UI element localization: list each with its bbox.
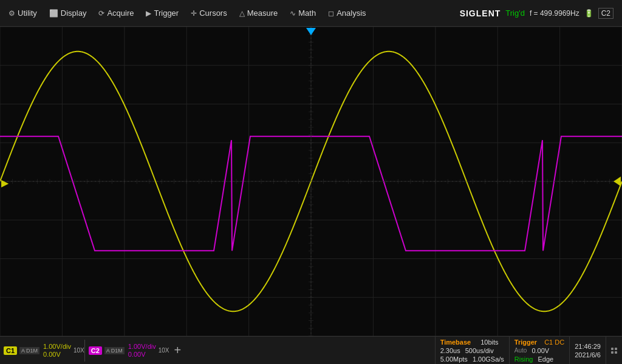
measure-icon: △: [239, 9, 245, 18]
trigger-edge-label: Rising: [514, 356, 533, 363]
trig-status: Trig'd: [505, 8, 525, 18]
ch1-zero-marker: ▶: [1, 178, 9, 188]
ch1-probe: 10X: [73, 347, 84, 354]
utility-icon: ⚙: [9, 9, 15, 18]
ch2-offset: 0.00V: [128, 351, 156, 358]
ch1-values: 1.00V/div 0.00V: [43, 343, 71, 358]
trigger-title: Trigger: [514, 339, 537, 346]
timebase-title: Timebase: [440, 339, 471, 346]
math-icon: ∿: [290, 9, 296, 18]
trigger-source: C1 DC: [544, 339, 564, 346]
freq-display: f = 499.9969Hz: [530, 9, 579, 18]
status-bar: C1 A D1M 1.00V/div 0.00V 10X C2 A D1M 1.…: [0, 336, 622, 364]
time-display: 21:46:29: [575, 343, 601, 350]
trigger-edge-type: Edge: [538, 356, 553, 363]
cursors-icon: ✛: [191, 9, 197, 18]
acquire-icon: ⟳: [98, 9, 104, 18]
ch1-volts-div: 1.00V/div: [43, 343, 71, 350]
ch2-label[interactable]: C2: [89, 346, 102, 355]
ch2-block: C2 A D1M: [85, 337, 128, 364]
menu-bar: ⚙ Utility ⬜ Display ⟳ Acquire ▶ Trigger …: [0, 0, 622, 27]
menu-trigger[interactable]: ▶ Trigger: [140, 6, 185, 20]
brand-area: SIGLENT Trig'd f = 499.9969Hz 🔋 C2: [460, 8, 620, 19]
settings-dot: [611, 348, 613, 350]
settings-icon-area[interactable]: [606, 337, 622, 364]
menu-math[interactable]: ∿ Math: [284, 6, 322, 20]
timebase-group: Timebase 10bits 2.30us 500us/div 5.00Mpt…: [435, 337, 509, 364]
trigger-icon: ▶: [146, 9, 151, 18]
scope-grid: [0, 27, 622, 336]
channel-label: C2: [598, 8, 613, 19]
ch1-offset: 0.00V: [43, 351, 71, 358]
analysis-icon: ◻: [328, 9, 334, 18]
ch2-probe-values: 10X: [159, 347, 169, 354]
timebase-value: 2.30us: [440, 347, 460, 354]
menu-cursors[interactable]: ✛ Cursors: [185, 6, 233, 20]
status-right: Timebase 10bits 2.30us 500us/div 5.00Mpt…: [435, 337, 622, 364]
ch2-values: 1.00V/div 0.00V: [128, 343, 156, 358]
ch2-volts-div: 1.00V/div: [128, 343, 156, 350]
display-icon: ⬜: [49, 9, 58, 18]
datetime-group: 21:46:29 2021/6/6: [569, 337, 606, 364]
date-display: 2021/6/6: [575, 351, 601, 359]
ch1-label[interactable]: C1: [4, 346, 17, 355]
settings-dot: [615, 351, 617, 354]
settings-dot: [615, 348, 617, 350]
ch1-sub-label: A D1M: [19, 347, 39, 354]
battery-icon: 🔋: [584, 9, 593, 18]
brand-name: SIGLENT: [460, 8, 501, 18]
ch1-probe-values: 10X: [73, 347, 84, 354]
ch1-ref-marker: [613, 177, 621, 186]
menu-display[interactable]: ⬜ Display: [43, 6, 93, 20]
menu-utility[interactable]: ⚙ Utility: [2, 6, 43, 20]
settings-dot: [611, 351, 613, 354]
ch2-probe: 10X: [159, 347, 169, 354]
trigger-level: 0.00V: [531, 347, 549, 354]
timebase-sample: 1.00GSa/s: [473, 356, 504, 363]
menu-measure[interactable]: △ Measure: [233, 6, 284, 20]
menu-analysis[interactable]: ◻ Analysis: [322, 6, 372, 20]
timebase-bits: 10bits: [480, 339, 498, 346]
trigger-mode-label: Auto: [514, 347, 527, 354]
ch2-sub-label: A D1M: [104, 347, 125, 354]
timebase-div: 500us/div: [465, 347, 494, 354]
settings-grid-icon: [611, 348, 617, 354]
menu-acquire[interactable]: ⟳ Acquire: [92, 6, 140, 20]
scope-screen: ▶: [0, 27, 622, 336]
math-plus-icon: +: [169, 343, 186, 357]
trigger-arrow-top: [306, 28, 316, 35]
timebase-mpts: 5.00Mpts: [440, 356, 468, 363]
ch1-block: C1 A D1M: [0, 337, 43, 364]
trigger-group: Trigger C1 DC Auto 0.00V Rising Edge: [509, 337, 569, 364]
